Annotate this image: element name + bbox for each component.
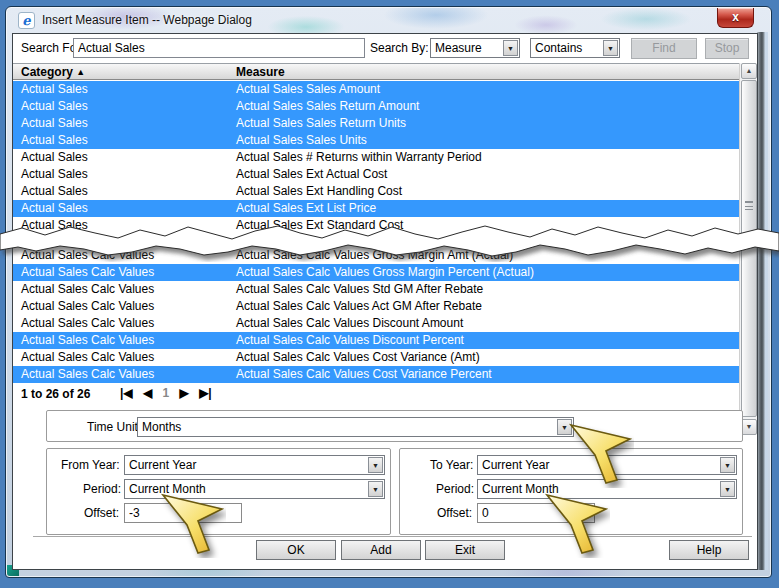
table-row[interactable]: Actual SalesActual Sales Ext List Price	[13, 200, 739, 217]
table-row[interactable]: Actual SalesActual Sales # Returns withi…	[13, 149, 739, 166]
to-offset-input[interactable]	[477, 503, 595, 523]
table-row[interactable]: Actual SalesActual Sales Ext Standard Co…	[13, 217, 739, 234]
row-category: Actual Sales	[21, 167, 88, 181]
to-period-dropdown[interactable]: Current Month ▼	[477, 479, 737, 499]
prev-page-button[interactable]: ◀	[143, 386, 152, 400]
row-measure: Actual Sales Ext Standard Cost	[236, 218, 403, 232]
scroll-up-icon[interactable]: ▲	[741, 63, 757, 79]
row-category: Actual Sales	[21, 150, 88, 164]
row-measure: Actual Sales # Returns within Warranty P…	[236, 150, 482, 164]
chevron-down-icon[interactable]: ▼	[368, 481, 383, 497]
from-groupbox: From Year: Current Year ▼ Period: Curren…	[46, 448, 391, 535]
chevron-down-icon[interactable]: ▼	[368, 457, 383, 473]
from-offset-input[interactable]	[124, 503, 242, 523]
row-measure: Actual Sales Calc Values Act GM After Re…	[236, 299, 482, 313]
contains-value: Contains	[535, 41, 601, 55]
row-category: Actual Sales Calc Values	[21, 350, 154, 364]
ie-icon: e	[18, 12, 35, 29]
table-row[interactable]: Actual SalesActual Sales Ext Actual Cost	[13, 166, 739, 183]
row-measure: Actual Sales Calc Values Discount Amount	[236, 316, 463, 330]
row-category: Actual Sales	[21, 82, 88, 96]
table-row[interactable]: Actual Sales Calc ValuesActual Sales Cal…	[13, 315, 739, 332]
time-unit-dropdown[interactable]: Months ▼	[137, 417, 574, 437]
table-row[interactable]: Actual SalesActual Sales Ext Handling Co…	[13, 183, 739, 200]
table-row[interactable]: Actual Sales Calc ValuesActual Sales Cal…	[13, 281, 739, 298]
first-page-button[interactable]: |◀	[120, 386, 133, 400]
measure-column-header[interactable]: Measure	[236, 65, 285, 79]
row-measure: Actual Sales Calc Values Gross Margin Pe…	[236, 265, 534, 279]
last-page-button[interactable]: ▶|	[199, 386, 212, 400]
row-category: Actual Sales Calc Values	[21, 299, 154, 313]
row-category: Actual Sales Calc Values	[21, 265, 154, 279]
table-row[interactable]: Actual Sales Calc ValuesActual Sales Cal…	[13, 247, 739, 264]
sort-ascending-icon: ▲	[76, 67, 85, 77]
row-measure: Actual Sales Sales Return Amount	[236, 99, 419, 113]
row-measure: Actual Sales Ext Actual Cost	[236, 167, 387, 181]
table-scrollbar[interactable]: ▲ ▼	[739, 63, 757, 435]
table-row[interactable]: Actual SalesActual Sales Sales Amount	[13, 81, 739, 98]
row-category: Actual Sales Calc Values	[21, 316, 154, 330]
from-period-label: Period:	[83, 482, 121, 496]
exit-button[interactable]: Exit	[425, 540, 505, 560]
to-year-value: Current Year	[482, 458, 718, 472]
current-page-number: 1	[163, 386, 170, 400]
insert-measure-dialog: e Insert Measure Item -- Webpage Dialog …	[5, 6, 772, 578]
table-row[interactable]: Actual Sales Calc ValuesActual Sales Cal…	[13, 332, 739, 349]
chevron-down-icon[interactable]: ▼	[720, 481, 735, 497]
chevron-down-icon[interactable]: ▼	[720, 457, 735, 473]
chevron-down-icon[interactable]: ▼	[557, 419, 572, 435]
search-by-label: Search By:	[370, 41, 429, 55]
row-category: Actual Sales Calc Values	[21, 248, 154, 262]
title-bar[interactable]: e Insert Measure Item -- Webpage Dialog …	[6, 7, 771, 33]
to-year-dropdown[interactable]: Current Year ▼	[477, 455, 737, 475]
to-offset-label: Offset:	[437, 506, 472, 520]
contains-dropdown[interactable]: Contains ▼	[530, 38, 620, 58]
table-row[interactable]: Actual SalesActual Sales Sales Return Un…	[13, 115, 739, 132]
pagination-nav: |◀ ◀ 1 ▶ ▶|	[120, 386, 219, 400]
from-year-dropdown[interactable]: Current Year ▼	[124, 455, 385, 475]
ok-button[interactable]: OK	[256, 540, 336, 560]
search-input[interactable]	[73, 38, 365, 58]
row-measure: Actual Sales Calc Values Gross Margin Am…	[236, 248, 513, 262]
category-column-header[interactable]: Category ▲	[21, 65, 85, 79]
scrollbar-thumb[interactable]	[741, 80, 757, 417]
row-measure: Actual Sales Calc Values Cost Variance P…	[236, 367, 492, 381]
row-category: Actual Sales Calc Values	[21, 367, 154, 381]
row-category: Actual Sales	[21, 201, 88, 215]
row-measure: Actual Sales Sales Units	[236, 133, 367, 147]
from-period-value: Current Month	[129, 482, 366, 496]
table-row[interactable]: Actual Sales Calc ValuesActual Sales Cal…	[13, 298, 739, 315]
from-period-dropdown[interactable]: Current Month ▼	[124, 479, 385, 499]
row-category: Actual Sales Calc Values	[21, 333, 154, 347]
window-frame-right	[757, 32, 768, 570]
add-button[interactable]: Add	[341, 540, 421, 560]
row-category: Actual Sales Calc Values	[21, 282, 154, 296]
find-button[interactable]: Find	[631, 38, 697, 59]
time-unit-label: Time Unit:	[87, 420, 141, 434]
window-title: Insert Measure Item -- Webpage Dialog	[42, 13, 252, 27]
stop-button[interactable]: Stop	[705, 38, 749, 59]
table-row[interactable]: Actual SalesActual Sales Sales Units	[13, 132, 739, 149]
table-row[interactable]: Actual Sales Calc ValuesActual Sales Cal…	[13, 366, 739, 383]
search-by-dropdown[interactable]: Measure ▼	[430, 38, 520, 58]
table-header[interactable]: Category ▲ Measure	[13, 63, 739, 80]
table-row[interactable]: Actual SalesActual Sales Sales Return Am…	[13, 98, 739, 115]
pagination-status: 1 to 26 of 26	[21, 387, 90, 401]
to-period-value: Current Month	[482, 482, 718, 496]
table-row[interactable]: Actual Sales Calc ValuesActual Sales Cal…	[13, 264, 739, 281]
to-period-label: Period:	[436, 482, 474, 496]
row-measure: Actual Sales Calc Values Cost Variance (…	[236, 350, 480, 364]
time-unit-groupbox: Time Unit: Months ▼	[46, 410, 743, 442]
chevron-down-icon[interactable]: ▼	[503, 40, 518, 56]
close-button[interactable]: x	[717, 8, 754, 28]
help-button[interactable]: Help	[669, 540, 749, 560]
measure-table-body: Actual SalesActual Sales Sales AmountAct…	[13, 81, 739, 383]
chevron-down-icon[interactable]: ▼	[603, 40, 618, 56]
row-category: Actual Sales	[21, 99, 88, 113]
next-page-button[interactable]: ▶	[180, 386, 189, 400]
row-measure: Actual Sales Calc Values Std GM After Re…	[236, 282, 483, 296]
to-year-label: To Year:	[430, 458, 473, 472]
row-measure: Actual Sales Ext List Price	[236, 201, 376, 215]
table-row[interactable]: Actual Sales Calc ValuesActual Sales Cal…	[13, 349, 739, 366]
scroll-down-icon[interactable]: ▼	[741, 419, 757, 435]
